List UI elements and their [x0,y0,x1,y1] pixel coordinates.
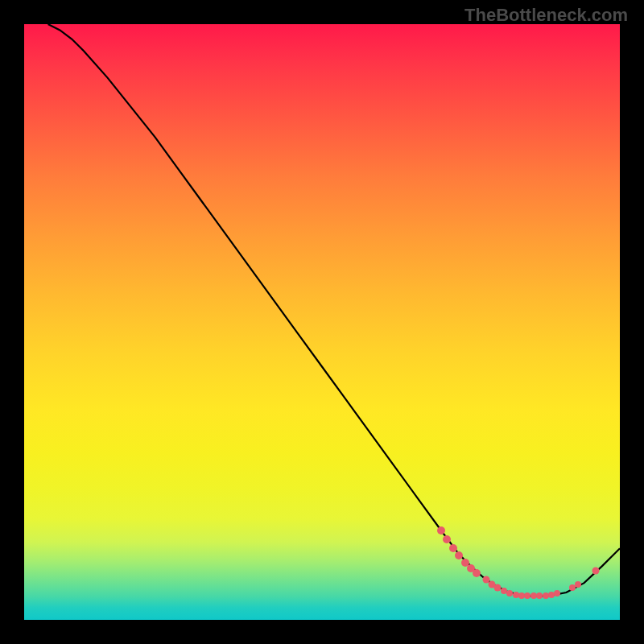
data-marker [437,526,445,535]
data-marker [449,544,457,552]
data-marker [575,581,581,588]
data-marker [554,590,560,597]
data-marker [455,551,463,559]
data-marker [473,569,481,577]
curve-line [24,24,620,620]
data-marker [592,568,600,575]
watermark: TheBottleneck.com [464,5,628,26]
data-marker [443,535,451,543]
plot-area [24,24,620,620]
